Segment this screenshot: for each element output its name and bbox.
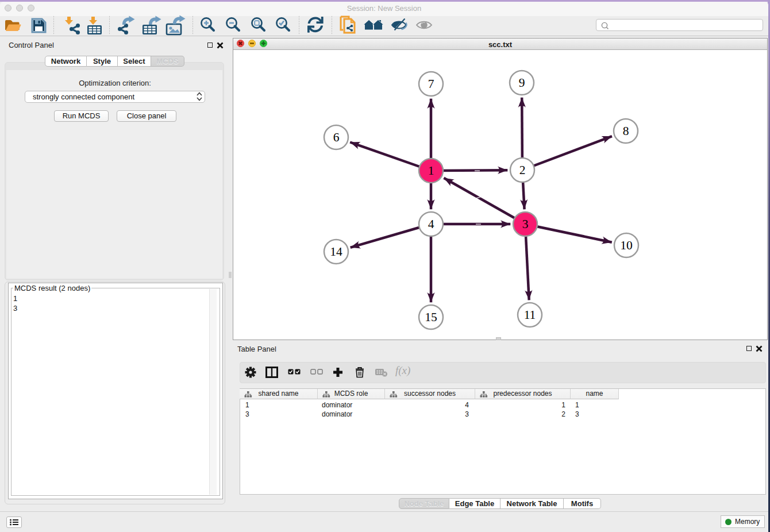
svg-text:3: 3 [522, 217, 529, 231]
svg-text:9: 9 [519, 76, 525, 90]
svg-text:14: 14 [330, 245, 342, 259]
svg-text:10: 10 [620, 238, 633, 252]
svg-text:1: 1 [428, 164, 434, 178]
svg-text:11: 11 [524, 308, 536, 322]
svg-text:6: 6 [333, 130, 340, 144]
svg-text:15: 15 [425, 310, 437, 324]
svg-text:2: 2 [519, 163, 526, 177]
svg-text:4: 4 [428, 217, 434, 231]
svg-text:7: 7 [428, 77, 434, 91]
svg-text:8: 8 [623, 124, 629, 138]
